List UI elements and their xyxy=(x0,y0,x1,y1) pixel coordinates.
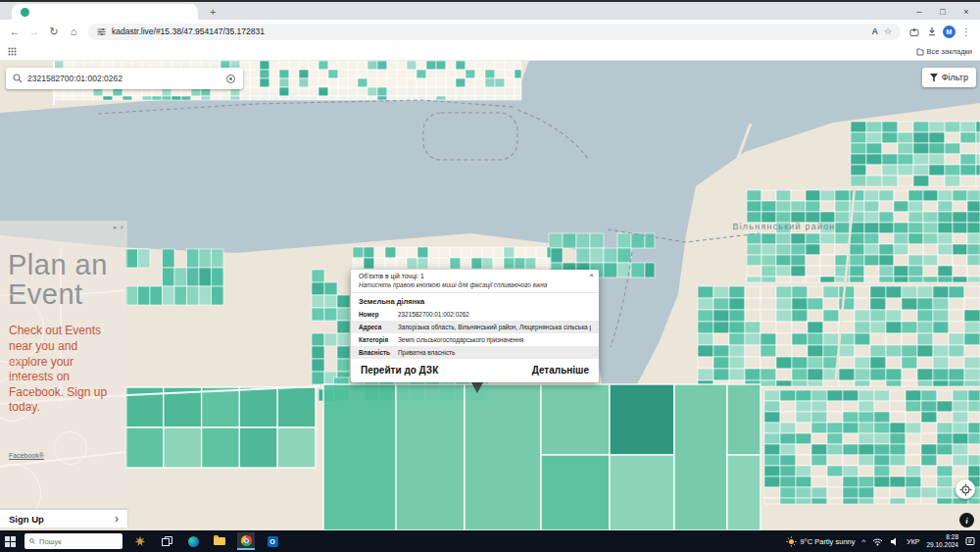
ad-badge: ▸ × xyxy=(114,224,123,231)
taskbar-right: 9°C Partly sunny ^ УКР 8:28 29.10.2024 xyxy=(786,533,980,549)
ad-signup-button[interactable]: Sign Up › xyxy=(0,510,127,527)
wifi-icon[interactable] xyxy=(872,537,883,546)
app-icon-outlook[interactable]: O xyxy=(264,532,281,550)
address-bar[interactable]: kadastr.live/#15.38/47.954147/35.172831 … xyxy=(88,24,901,40)
ad-cta-label: Sign Up xyxy=(9,514,44,525)
field-value: 2321582700:01:002:0262 xyxy=(398,311,591,319)
url-text: kadastr.live/#15.38/47.954147/35.172831 xyxy=(112,26,865,36)
search-icon xyxy=(29,537,35,545)
weather-widget[interactable]: 9°C Partly sunny xyxy=(786,536,856,547)
funnel-icon xyxy=(930,74,938,82)
field-label: Номер xyxy=(359,311,398,319)
sun-icon xyxy=(786,536,797,547)
forward-button[interactable]: → xyxy=(24,25,44,37)
filter-label: Фільтр xyxy=(942,73,968,82)
map-canvas[interactable]: Вільнянський район Фільтр Об'єктів в цій… xyxy=(0,61,980,530)
notification-center-icon[interactable] xyxy=(965,536,975,546)
ad-title-line1: Plan an xyxy=(8,250,127,279)
menu-icon[interactable]: ⋮ xyxy=(957,26,975,37)
target-icon[interactable] xyxy=(225,74,236,84)
extensions-icon[interactable] xyxy=(906,27,923,36)
browser-tab[interactable] xyxy=(12,4,198,20)
field-value: Приватна власність xyxy=(398,349,591,357)
back-button[interactable]: ← xyxy=(5,25,24,37)
translate-icon[interactable]: A xyxy=(871,27,878,36)
crosshair-icon xyxy=(959,483,972,496)
app-icon-chrome[interactable] xyxy=(237,532,255,550)
district-label: Вільнянський район xyxy=(732,222,835,231)
popup-hint: Натисніть правою кнопкою миші для фіксац… xyxy=(351,280,599,293)
new-tab-button[interactable]: + xyxy=(206,5,220,20)
browser-window: + – □ × ← → ↻ ⌂ kadastr.live/#15.38/47.9… xyxy=(0,0,980,552)
window-controls: – □ × xyxy=(907,5,978,19)
close-button[interactable]: × xyxy=(955,5,978,19)
site-info-icon[interactable] xyxy=(97,27,106,36)
app-icon-file-explorer[interactable] xyxy=(211,532,228,550)
popup-header: Об'єктів в цій точці: 1 xyxy=(351,270,599,280)
taskbar-left: O xyxy=(0,532,281,550)
field-label: Адреса xyxy=(359,324,398,331)
time-text: 8:28 xyxy=(946,533,958,541)
geolocate-button[interactable] xyxy=(956,479,975,499)
app-icon-edge[interactable] xyxy=(184,532,202,550)
home-button[interactable]: ⌂ xyxy=(64,25,83,37)
map-info-button[interactable]: i xyxy=(959,513,974,527)
reload-button[interactable]: ↻ xyxy=(44,25,64,38)
field-label: Власність xyxy=(359,349,398,357)
adchoices-icon[interactable]: ▸ xyxy=(114,224,117,231)
apps-grid-icon[interactable] xyxy=(8,47,17,56)
popup-field-row: Категорія Землі сільськогосподарського п… xyxy=(351,333,599,346)
popup-actions: Перейти до ДЗК Детальніше xyxy=(351,359,599,382)
task-view-icon[interactable] xyxy=(158,532,175,550)
browser-toolbar: ← → ↻ ⌂ kadastr.live/#15.38/47.954147/35… xyxy=(0,20,980,43)
all-bookmarks-button[interactable]: Все закладки xyxy=(916,47,972,56)
taskbar-clock[interactable]: 8:28 29.10.2024 xyxy=(926,533,958,549)
tray-chevron-icon[interactable]: ^ xyxy=(861,537,865,546)
tab-favicon-icon xyxy=(21,8,29,17)
chevron-right-icon: › xyxy=(115,512,119,526)
maximize-button[interactable]: □ xyxy=(931,5,955,19)
field-value: Землі сільськогосподарського призначення xyxy=(398,336,591,344)
language-indicator[interactable]: УКР xyxy=(906,538,919,545)
bookmark-star-icon[interactable]: ☆ xyxy=(884,27,892,36)
popup-field-row: Номер 2321582700:01:002:0262 xyxy=(351,308,599,321)
taskbar-search[interactable] xyxy=(24,533,122,549)
volume-icon[interactable] xyxy=(890,537,900,546)
popup-field-row: Власність Приватна власність xyxy=(351,346,599,359)
search-input[interactable] xyxy=(27,74,220,83)
map-search-box[interactable] xyxy=(6,68,243,89)
popup-close-icon[interactable]: × xyxy=(589,271,594,279)
weather-text: 9°C Partly sunny xyxy=(801,537,856,546)
field-label: Категорія xyxy=(359,336,398,344)
parcel-popup: Об'єктів в цій точці: 1 × Натисніть прав… xyxy=(351,270,599,382)
ad-decor-circle xyxy=(54,431,87,465)
popup-section-title: Земельна ділянка xyxy=(351,293,599,308)
app-icon-eagle[interactable] xyxy=(131,532,149,550)
windows-taskbar: O 9°C Partly sunny ^ УКР 8:28 29.10.2024 xyxy=(0,530,980,552)
bookmarks-folder-icon xyxy=(916,48,924,56)
details-button[interactable]: Детальніше xyxy=(532,365,589,376)
start-button-icon[interactable] xyxy=(5,536,16,547)
date-text: 29.10.2024 xyxy=(926,541,958,549)
popup-field-row: Адреса Запорізька область, Вільнянський … xyxy=(351,321,599,333)
bookmarks-bar: Все закладки xyxy=(0,43,980,61)
all-bookmarks-label: Все закладки xyxy=(927,47,972,56)
facebook-ad[interactable]: ▸ × Plan an Event Check out Events near … xyxy=(0,221,127,527)
minimize-button[interactable]: – xyxy=(907,5,931,19)
field-value: Запорізька область, Вільнянський район, … xyxy=(398,324,591,331)
download-icon[interactable] xyxy=(923,26,941,36)
taskbar-search-input[interactable] xyxy=(39,537,118,546)
filter-button[interactable]: Фільтр xyxy=(922,68,976,87)
goto-dzk-button[interactable]: Перейти до ДЗК xyxy=(361,365,438,376)
ad-close-icon[interactable]: × xyxy=(120,224,123,231)
ad-brand-link[interactable]: Facebook® xyxy=(9,452,44,459)
search-icon xyxy=(13,74,23,83)
profile-avatar[interactable]: M xyxy=(943,25,956,38)
tab-strip: + – □ × xyxy=(0,0,980,20)
